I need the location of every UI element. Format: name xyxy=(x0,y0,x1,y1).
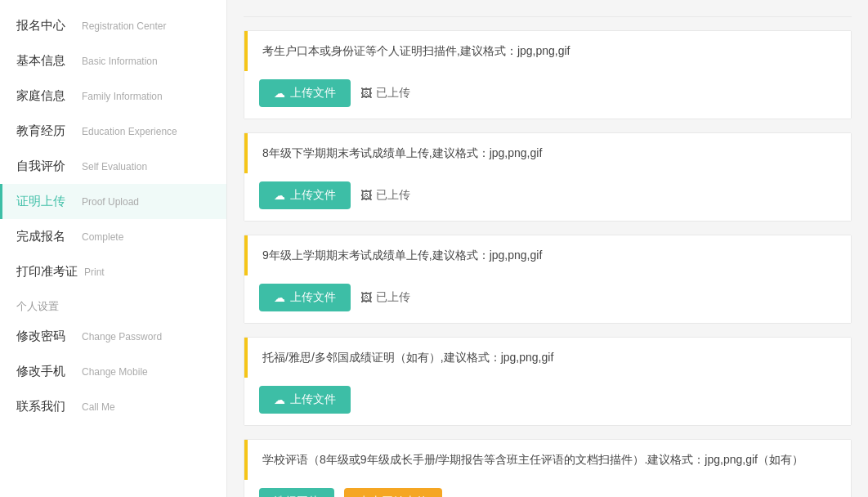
upload-desc-grade9: 9年级上学期期末考试成绩单上传,建议格式：jpg,png,gif xyxy=(244,235,851,275)
upload-section-toefl: 托福/雅思/多邻国成绩证明（如有）,建议格式：jpg,png,gif ☁ 上传文… xyxy=(244,337,852,426)
uploaded-status-grade9: 🖼 已上传 xyxy=(360,290,410,305)
upload-desc-grade8: 8年级下学期期末考试成绩单上传,建议格式：jpg,png,gif xyxy=(244,133,851,173)
uploaded-status-grade8: 🖼 已上传 xyxy=(360,188,410,203)
upload-file-btn-grade8[interactable]: ☁ 上传文件 xyxy=(259,181,351,209)
sidebar-item-family-information[interactable]: 家庭信息 Family Information xyxy=(0,78,226,114)
upload-section-grade8: 8年级下学期期末考试成绩单上传,建议格式：jpg,png,gif ☁ 上传文件 … xyxy=(244,132,852,222)
upload-section-grade9: 9年级上学期期末考试成绩单上传,建议格式：jpg,png,gif ☁ 上传文件 … xyxy=(244,235,852,324)
upload-file-btn-grade9[interactable]: ☁ 上传文件 xyxy=(259,284,351,311)
sidebar-item-change-password[interactable]: 修改密码 Change Password xyxy=(0,319,226,354)
sidebar-item-call-us[interactable]: 联系我们 Call Me xyxy=(0,389,226,424)
sidebar-item-complete[interactable]: 完成报名 Complete xyxy=(0,219,226,254)
upload-actions-id-card: ☁ 上传文件 🖼 已上传 xyxy=(244,71,851,119)
cloud-upload-icon-2: ☁ xyxy=(274,189,285,202)
upload-desc-id-card: 考生户口本或身份证等个人证明扫描件,建议格式：jpg,png,gif xyxy=(244,31,851,71)
upload-file-btn-id-card[interactable]: ☁ 上传文件 xyxy=(259,79,351,107)
upload-desc-school-comment: 学校评语（8年级或9年级成长手册/学期报告等含班主任评语的文档扫描件）.建议格式… xyxy=(244,440,851,480)
select-image-button[interactable]: 选择图片 xyxy=(259,488,334,497)
sidebar: 报名中心 Registration Center 基本信息 Basic Info… xyxy=(0,0,227,497)
upload-actions-toefl: ☁ 上传文件 xyxy=(244,378,851,425)
main-content: 考生户口本或身份证等个人证明扫描件,建议格式：jpg,png,gif ☁ 上传文… xyxy=(227,0,868,497)
image-icon: 🖼 xyxy=(360,87,372,100)
upload-desc-toefl: 托福/雅思/多邻国成绩证明（如有）,建议格式：jpg,png,gif xyxy=(244,338,851,378)
upload-actions-school-comment: 选择图片 点击开始上传 xyxy=(244,480,851,497)
sidebar-item-self-evaluation[interactable]: 自我评价 Self Evaluation xyxy=(0,149,226,184)
cloud-upload-icon: ☁ xyxy=(274,87,285,100)
sidebar-item-proof-upload[interactable]: 证明上传 Proof Upload xyxy=(0,184,226,219)
sidebar-item-basic-information[interactable]: 基本信息 Basic Information xyxy=(0,43,226,78)
upload-actions-grade8: ☁ 上传文件 🖼 已上传 xyxy=(244,173,851,221)
upload-section-school-comment: 学校评语（8年级或9年级成长手册/学期报告等含班主任评语的文档扫描件）.建议格式… xyxy=(244,439,852,497)
uploaded-status-id-card: 🖼 已上传 xyxy=(360,86,410,101)
cloud-upload-icon-4: ☁ xyxy=(274,393,285,406)
upload-section-id-card: 考生户口本或身份证等个人证明扫描件,建议格式：jpg,png,gif ☁ 上传文… xyxy=(244,30,852,119)
upload-file-btn-toefl[interactable]: ☁ 上传文件 xyxy=(259,386,351,414)
start-upload-button[interactable]: 点击开始上传 xyxy=(344,488,442,497)
cloud-upload-icon-3: ☁ xyxy=(274,291,285,304)
sidebar-item-change-mobile[interactable]: 修改手机 Change Mobile xyxy=(0,354,226,389)
upload-actions-grade9: ☁ 上传文件 🖼 已上传 xyxy=(244,275,851,323)
image-icon-2: 🖼 xyxy=(360,189,372,202)
personal-settings-label: 个人设置 xyxy=(0,289,226,319)
top-divider xyxy=(244,16,852,17)
sidebar-item-registration-center[interactable]: 报名中心 Registration Center xyxy=(0,8,226,43)
image-icon-3: 🖼 xyxy=(360,291,372,304)
sidebar-item-print[interactable]: 打印准考证 Print xyxy=(0,254,226,289)
sidebar-item-education-experience[interactable]: 教育经历 Education Experience xyxy=(0,114,226,149)
